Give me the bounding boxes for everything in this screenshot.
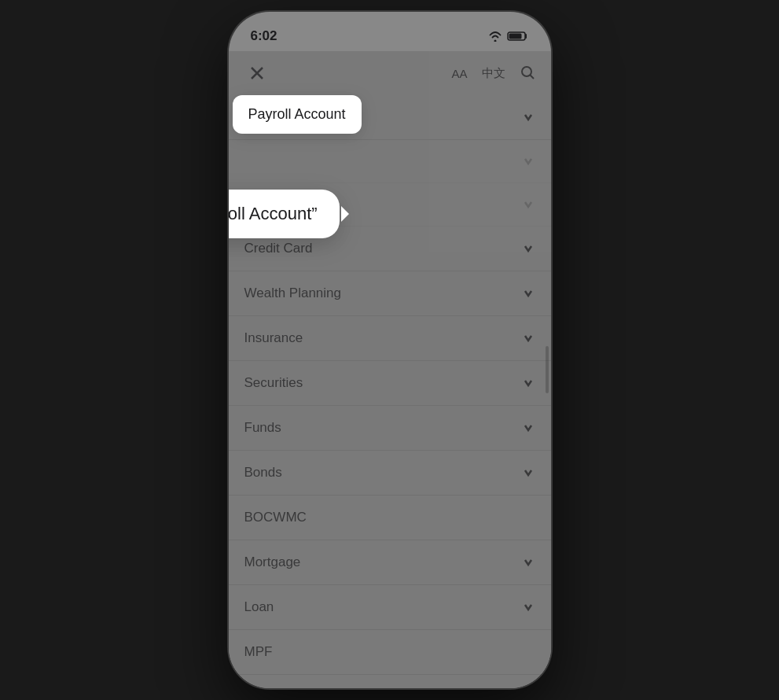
- menu-item-funds[interactable]: Funds: [229, 406, 551, 451]
- menu-item-label: BOCWMC: [244, 510, 307, 525]
- menu-item-label: Wealth Planning: [244, 286, 342, 301]
- status-time: 6:02: [251, 28, 277, 44]
- menu-item-other-investments[interactable]: Other Investm...: [229, 675, 551, 688]
- svg-rect-1: [509, 34, 521, 39]
- scroll-indicator: [546, 346, 549, 393]
- payroll-account-label: Payroll Account: [248, 106, 346, 122]
- menu-item-label: Securities: [244, 375, 303, 391]
- menu-item-mortgage[interactable]: Mortgage: [229, 540, 551, 585]
- top-bar-right: AA 中文: [451, 64, 535, 83]
- speech-bubble: Click “Payroll Account”: [229, 190, 340, 238]
- wifi-icon: [488, 31, 502, 42]
- svg-point-4: [522, 67, 531, 76]
- chevron-icon: [521, 466, 535, 480]
- chevron-icon: [521, 286, 535, 300]
- chevron-icon: [521, 110, 535, 124]
- chevron-icon: [521, 331, 535, 345]
- close-button[interactable]: [244, 61, 270, 86]
- font-size-button[interactable]: AA: [451, 67, 467, 80]
- menu-item-label: Funds: [244, 420, 281, 436]
- language-button[interactable]: 中文: [482, 66, 505, 81]
- chevron-icon: [521, 600, 535, 614]
- menu-item-bocwmc[interactable]: BOCWMC: [229, 496, 551, 540]
- search-button[interactable]: [520, 64, 535, 83]
- chevron-icon: [521, 376, 535, 390]
- menu-item-label: Insurance: [244, 330, 303, 346]
- menu-item-label: Mortgage: [244, 554, 301, 570]
- chevron-icon: [521, 241, 535, 256]
- top-bar-left: [244, 61, 270, 86]
- app-content: AA 中文 Account: [229, 51, 551, 688]
- top-bar: AA 中文: [229, 51, 551, 95]
- menu-item-securities[interactable]: Securities: [229, 361, 551, 406]
- chevron-icon: [521, 421, 535, 435]
- menu-item-wealth-planning[interactable]: Wealth Planning: [229, 271, 551, 316]
- svg-line-5: [530, 75, 534, 79]
- menu-list: Account Credit Card: [229, 95, 551, 688]
- battery-icon: [507, 31, 529, 42]
- payroll-account-highlight[interactable]: Payroll Account Click “Payroll Account”: [233, 95, 362, 134]
- status-icons: [488, 31, 529, 42]
- speech-bubble-text: Click “Payroll Account”: [229, 204, 318, 223]
- status-bar: 6:02: [229, 12, 551, 51]
- menu-item-insurance[interactable]: Insurance: [229, 316, 551, 361]
- chevron-icon: [521, 555, 535, 569]
- phone-frame: 6:02: [229, 12, 551, 688]
- menu-item-placeholder2: [229, 140, 551, 183]
- menu-item-label: Loan: [244, 599, 274, 615]
- menu-item-label: MPF: [244, 644, 273, 660]
- menu-item-mpf[interactable]: MPF: [229, 630, 551, 675]
- menu-item-label: Credit Card: [244, 241, 313, 256]
- chevron-icon: [521, 154, 535, 168]
- menu-item-label: Bonds: [244, 465, 282, 481]
- menu-item-bonds[interactable]: Bonds: [229, 451, 551, 496]
- chevron-icon: [521, 197, 535, 212]
- menu-item-loan[interactable]: Loan: [229, 585, 551, 630]
